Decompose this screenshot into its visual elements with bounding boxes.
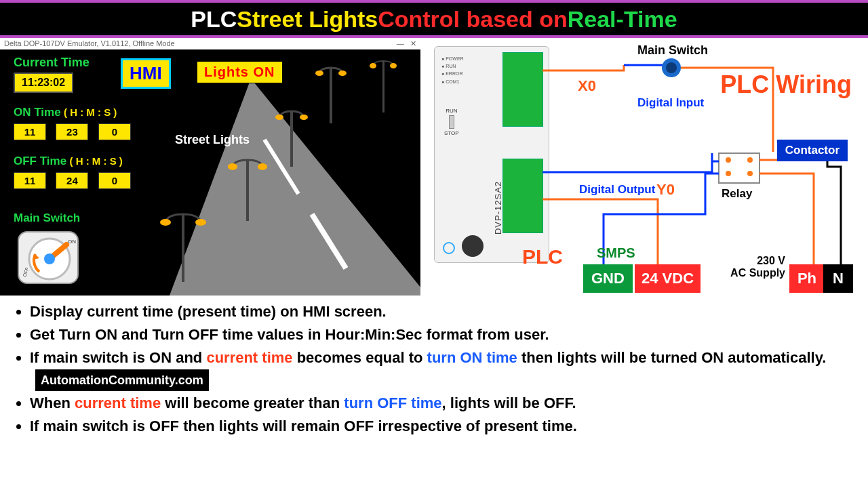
on-hour-input[interactable]: 11 [14,123,46,140]
off-time-hms: ( H : M : S ) [70,155,123,167]
streetlight-icon [312,62,350,123]
x0-label: X0 [578,77,596,95]
current-time-value: 11:23:02 [14,73,73,93]
main-switch-toggle[interactable]: ON OFF [18,231,79,284]
on-time-label: ON Time [14,106,61,119]
bullet-3: If main switch is ON and current time be… [30,347,854,391]
svg-rect-25 [719,153,760,183]
bullet-2: Get Turn ON and Turn OFF time values in … [30,324,854,346]
lights-status-badge: Lights ON [197,61,283,83]
wiring-panel: ● POWER ● RUN ● ERROR ● COM1 RUN STOP DV… [420,38,868,296]
window-title-text: Delta DOP-107DV Emulator, V1.0112, Offli… [4,39,175,48]
relay-label: Relay [722,187,752,201]
title-p1: PLC [191,6,237,33]
digital-input-label: Digital Input [637,96,704,110]
svg-point-5 [195,219,206,226]
title-bar: PLC Street Lights Control based on Real-… [0,0,868,38]
svg-point-26 [726,171,731,176]
off-sec-input[interactable]: 0 [98,172,131,189]
ac-supply-label: 230 V AC Supply [730,255,785,279]
street-lights-label: Street Lights [175,133,250,147]
main-switch-label-wiring: Main Switch [637,43,708,58]
off-min-input[interactable]: 24 [56,172,88,189]
wiring-title: PLC Wiring [720,70,852,99]
description-list: Display current time (present time) on H… [0,296,868,437]
vdc-box: 24 VDC [635,264,701,293]
svg-text:OFF: OFF [22,267,29,278]
current-time-label: Current Time [14,56,90,70]
on-min-input[interactable]: 23 [56,123,88,140]
title-p2: Street Lights [237,6,378,33]
svg-point-11 [300,115,308,120]
title-p3: Control based on [378,6,568,33]
svg-rect-6 [246,160,249,221]
svg-point-27 [747,171,753,176]
bullet-1: Display current time (present time) on H… [30,301,854,323]
svg-point-7 [228,163,237,170]
ac-supply-text: AC Supply [730,267,785,279]
streetlight-icon [224,153,271,221]
bullet-4: When current time will become greater th… [30,392,854,414]
svg-point-17 [390,63,397,68]
streetlight-icon [156,207,210,282]
svg-rect-15 [382,61,384,113]
svg-point-14 [338,70,347,76]
on-sec-input[interactable]: 0 [98,123,131,140]
smps-label: SMPS [597,245,635,261]
main-switch-label: Main Switch [14,211,80,225]
svg-rect-3 [182,214,184,282]
emulator-window-title: Delta DOP-107DV Emulator, V1.0112, Offli… [0,38,420,49]
streetlight-icon [366,56,400,113]
svg-line-2 [312,214,346,268]
contactor-box: Contactor [777,140,848,161]
hmi-panel: Delta DOP-107DV Emulator, V1.0112, Offli… [0,38,420,296]
digital-output-label: Digital Output [579,183,655,197]
svg-rect-12 [330,68,332,123]
phase-box: Ph [789,264,825,293]
bullet-5: If main switch is OFF then lights will r… [30,415,854,437]
svg-point-8 [258,163,267,170]
off-time-label: OFF Time [14,155,66,167]
on-time-hms: ( H : M : S ) [64,106,117,118]
window-controls[interactable]: — ✕ [397,39,416,48]
svg-point-4 [160,219,171,226]
svg-point-29 [747,157,753,163]
title-p4: Real-Time [568,6,677,33]
streetlight-icon [271,106,312,167]
off-hour-input[interactable]: 11 [14,172,46,189]
svg-point-28 [726,157,731,163]
svg-text:ON: ON [68,239,76,245]
hmi-badge: HMI [121,58,171,89]
svg-rect-9 [290,111,293,167]
plc-label: PLC [522,245,563,268]
y0-label: Y0 [656,181,675,199]
svg-point-16 [370,63,376,68]
ac-voltage: 230 V [757,255,785,266]
svg-point-13 [315,70,323,76]
neutral-box: N [823,264,853,293]
svg-point-10 [275,115,283,120]
watermark: AutomationCommunity.com [35,369,209,391]
svg-point-19 [44,253,55,264]
gnd-box: GND [583,264,633,293]
svg-point-24 [666,62,677,73]
